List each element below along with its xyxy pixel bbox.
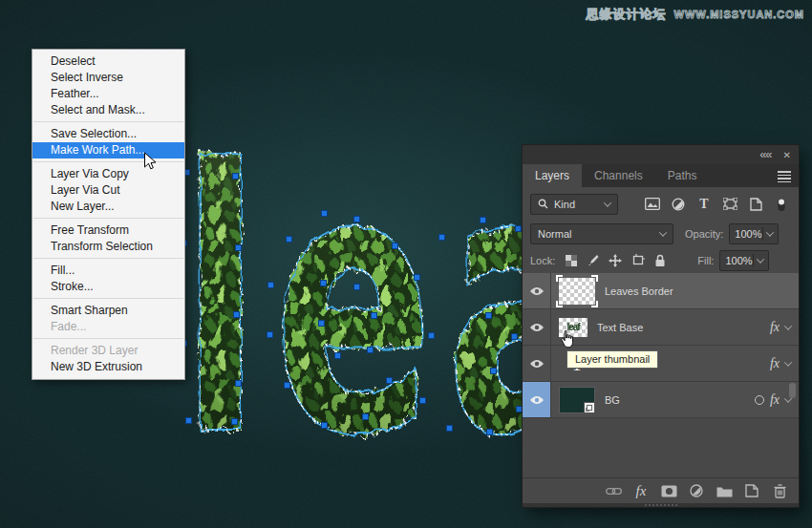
add-layer-mask-icon[interactable] [659, 485, 678, 497]
path-anchor[interactable] [515, 225, 522, 232]
path-anchor[interactable] [414, 274, 420, 281]
opacity-input[interactable]: 100% [729, 223, 779, 244]
menu-item-transform-selection[interactable]: Transform Selection [32, 239, 184, 255]
blend-mode-row: Normal Opacity: 100% [523, 221, 799, 247]
layer-thumbnail[interactable]: leaf [559, 318, 588, 337]
chevron-down-icon[interactable] [784, 358, 792, 366]
lock-all-icon[interactable] [654, 254, 666, 267]
resize-grip[interactable] [645, 504, 677, 506]
layer-row-bg[interactable]: BG fx [523, 382, 799, 418]
path-anchor[interactable] [486, 429, 493, 435]
tab-paths[interactable]: Paths [655, 164, 710, 187]
lock-pixels-icon[interactable] [587, 254, 599, 266]
menu-item-new-3d-extrusion[interactable]: New 3D Extrusion [32, 359, 184, 375]
path-anchor[interactable] [490, 368, 497, 374]
filter-kind-dropdown[interactable]: Kind [530, 194, 618, 215]
visibility-toggle[interactable] [523, 309, 551, 345]
menu-item-smart-sharpen[interactable]: Smart Sharpen [32, 303, 184, 319]
path-anchor[interactable] [321, 422, 328, 429]
chevron-down-icon[interactable] [784, 322, 792, 329]
path-anchor[interactable] [232, 173, 239, 180]
filter-adjustment-layers-icon[interactable] [669, 196, 688, 213]
menu-item-deselect[interactable]: Deselect [32, 53, 184, 70]
layer-row-text-base[interactable]: leaf Text Base fx [523, 309, 799, 346]
layer-thumbnail[interactable] [559, 387, 595, 413]
layer-effects-fx[interactable]: fx [770, 356, 780, 371]
filter-type-layers-icon[interactable]: T [694, 196, 714, 213]
path-anchor[interactable] [267, 331, 273, 338]
visibility-toggle[interactable] [523, 273, 551, 308]
layer-row-leaves-border[interactable]: Leaves Border [523, 273, 799, 309]
path-anchor[interactable] [419, 397, 426, 404]
collapse-panel-icon[interactable]: «« [759, 150, 771, 159]
menu-item-save-selection[interactable]: Save Selection... [32, 126, 184, 142]
menu-item-feather[interactable]: Feather... [32, 86, 184, 102]
path-anchor[interactable] [362, 413, 369, 420]
layer-effects-fx[interactable]: fx [770, 320, 780, 335]
path-anchor[interactable] [480, 217, 486, 223]
path-anchor[interactable] [318, 320, 325, 327]
close-panel-icon[interactable]: ✕ [783, 150, 791, 160]
path-anchor[interactable] [235, 244, 242, 251]
path-anchor[interactable] [231, 418, 238, 425]
filter-pixel-layers-icon[interactable] [643, 196, 662, 213]
menu-item-select-and-mask[interactable]: Select and Mask... [32, 102, 184, 118]
path-anchor[interactable] [353, 284, 360, 290]
menu-item-layer-via-copy[interactable]: Layer Via Copy [32, 166, 184, 182]
layer-row-text-bkp[interactable]: T Text BKP fx [523, 346, 799, 382]
path-anchor[interactable] [286, 236, 292, 243]
blend-mode-dropdown[interactable]: Normal [530, 223, 673, 244]
add-adjustment-layer-icon[interactable] [687, 484, 706, 497]
tab-layers[interactable]: Layers [523, 164, 582, 187]
panel-menu-icon[interactable] [778, 171, 791, 184]
panel-resize-strip[interactable] [523, 503, 799, 507]
path-anchor[interactable] [353, 216, 360, 222]
layer-thumbnail[interactable] [559, 278, 595, 305]
lock-row: Lock: Fill: 100% [523, 247, 799, 273]
filter-smart-object-icon[interactable] [746, 196, 765, 213]
path-anchor[interactable] [185, 417, 192, 424]
panel-scrollbar-thumb[interactable] [789, 383, 796, 398]
path-anchor[interactable] [511, 333, 518, 340]
path-anchor[interactable] [267, 282, 274, 288]
visibility-toggle[interactable] [523, 382, 551, 417]
path-anchor[interactable] [321, 210, 328, 217]
path-anchor[interactable] [392, 243, 398, 249]
menu-item-layer-via-cut[interactable]: Layer Via Cut [32, 182, 184, 199]
menu-item-stroke[interactable]: Stroke... [32, 279, 184, 295]
menu-item-free-transform[interactable]: Free Transform [32, 222, 184, 239]
menu-item-make-work-path[interactable]: Make Work Path... [32, 142, 184, 158]
path-anchor[interactable] [367, 347, 374, 353]
path-anchor[interactable] [386, 377, 393, 384]
lock-position-icon[interactable] [609, 254, 622, 267]
add-layer-style-icon[interactable]: fx [631, 483, 651, 499]
filter-shape-layers-icon[interactable] [720, 196, 739, 213]
link-layers-icon[interactable] [604, 487, 623, 496]
chevron-down-icon [659, 228, 667, 236]
path-anchor[interactable] [485, 312, 492, 319]
path-anchor[interactable] [233, 311, 240, 318]
new-group-folder-icon[interactable] [715, 485, 734, 497]
path-anchor[interactable] [371, 312, 377, 319]
menu-item-select-inverse[interactable]: Select Inverse [32, 70, 184, 86]
path-anchor[interactable] [428, 332, 435, 339]
path-anchor[interactable] [235, 380, 242, 387]
delete-layer-trash-icon[interactable] [770, 484, 789, 498]
visibility-toggle[interactable] [523, 346, 551, 381]
path-anchor[interactable] [446, 425, 453, 432]
path-anchor[interactable] [320, 280, 327, 286]
path-anchor[interactable] [516, 406, 523, 412]
lock-artboard-icon[interactable] [631, 254, 645, 266]
menu-item-new-layer[interactable]: New Layer... [32, 199, 184, 215]
tab-channels[interactable]: Channels [582, 164, 655, 187]
layer-effects-fx[interactable]: fx [770, 392, 780, 408]
path-anchor[interactable] [438, 234, 445, 241]
new-layer-icon[interactable] [742, 484, 761, 497]
path-anchor[interactable] [284, 382, 290, 389]
filter-toggle-pin-icon[interactable] [772, 196, 791, 213]
lock-transparency-icon[interactable] [566, 255, 577, 266]
menu-item-fill[interactable]: Fill... [32, 263, 184, 279]
layer-name: BG [605, 394, 755, 406]
fill-input[interactable]: 100% [719, 250, 769, 271]
path-anchor[interactable] [334, 352, 341, 359]
